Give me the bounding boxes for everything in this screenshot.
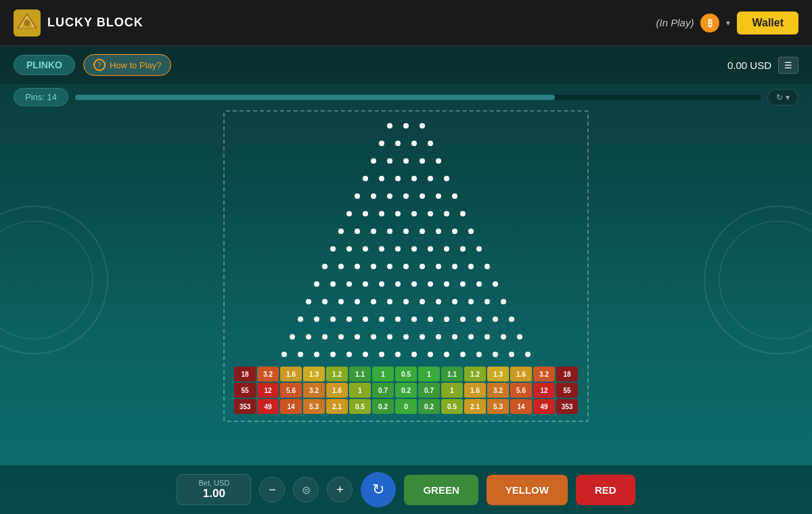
pin bbox=[371, 193, 376, 199]
pin bbox=[436, 299, 441, 304]
pin bbox=[468, 264, 474, 269]
pin bbox=[460, 246, 466, 252]
pin bbox=[346, 246, 352, 252]
pin bbox=[330, 352, 336, 357]
balance-value: 0.00 bbox=[727, 60, 747, 71]
pin bbox=[330, 317, 336, 322]
pin bbox=[387, 299, 392, 304]
logo-icon bbox=[14, 9, 41, 37]
green-play-button[interactable]: GREEN bbox=[404, 475, 478, 505]
pin bbox=[460, 317, 466, 322]
pin bbox=[428, 211, 433, 216]
multiplier-row-1: 183.21.61.31.21.110.511.11.21.31.63.218 bbox=[234, 367, 578, 381]
game-top-bar: PLINKO ? How to Play? 0.00 USD ☰ bbox=[0, 46, 812, 84]
how-to-play-button[interactable]: ? How to Play? bbox=[83, 54, 172, 76]
multiplier-cell: 353 bbox=[234, 399, 256, 414]
pin bbox=[411, 352, 417, 357]
pin bbox=[403, 158, 409, 164]
multiplier-cell: 0.2 bbox=[418, 399, 440, 414]
pin bbox=[428, 317, 433, 322]
pin bbox=[484, 264, 490, 269]
pin bbox=[355, 193, 360, 199]
pin bbox=[346, 352, 352, 357]
multiplier-cell: 3.2 bbox=[257, 367, 279, 381]
pin-row-2 bbox=[374, 135, 438, 152]
pin bbox=[436, 264, 441, 269]
multiplier-cell: 5.3 bbox=[303, 399, 325, 414]
game-title: PLINKO bbox=[14, 55, 75, 75]
refresh-button[interactable]: ↻ ▾ bbox=[767, 89, 798, 106]
multiplier-cell: 3.2 bbox=[533, 367, 555, 381]
multiplier-cell: 14 bbox=[510, 399, 532, 414]
btc-badge: ₿ bbox=[700, 14, 719, 32]
pin bbox=[411, 211, 417, 216]
pin bbox=[395, 141, 401, 146]
yellow-play-button[interactable]: YELLOW bbox=[487, 475, 568, 505]
plinko-board: 183.21.61.31.21.110.511.11.21.31.63.218 … bbox=[230, 117, 582, 415]
pin-row-4 bbox=[357, 170, 455, 187]
pin bbox=[371, 229, 376, 234]
multiplier-cell: 5.6 bbox=[280, 383, 302, 398]
pin bbox=[476, 352, 482, 357]
pin bbox=[281, 352, 287, 357]
pin bbox=[403, 299, 409, 304]
pin bbox=[403, 123, 409, 128]
pin bbox=[379, 317, 384, 322]
pin bbox=[436, 158, 441, 164]
pin bbox=[420, 229, 425, 234]
multiplier-section: 183.21.61.31.21.110.511.11.21.31.63.218 … bbox=[230, 363, 582, 415]
multiplier-cell: 1 bbox=[418, 367, 440, 381]
pin bbox=[444, 281, 449, 287]
pin bbox=[355, 264, 360, 269]
pin-row-12 bbox=[292, 310, 520, 328]
pin bbox=[330, 281, 336, 287]
pin bbox=[468, 334, 474, 340]
pin bbox=[444, 246, 449, 252]
balance-display: 0.00 USD bbox=[727, 60, 771, 71]
pin bbox=[493, 352, 498, 357]
pin bbox=[411, 317, 417, 322]
pin bbox=[476, 281, 482, 287]
pin bbox=[411, 246, 417, 252]
pin bbox=[363, 176, 368, 181]
pin bbox=[306, 299, 311, 304]
multiplier-cell: 1 bbox=[441, 383, 463, 398]
pin bbox=[420, 123, 425, 128]
wallet-button[interactable]: Wallet bbox=[737, 11, 798, 34]
pin bbox=[411, 141, 417, 146]
pin bbox=[387, 123, 392, 128]
auto-play-button[interactable]: ↻ bbox=[361, 472, 396, 507]
pin bbox=[484, 334, 490, 340]
pin bbox=[363, 352, 368, 357]
how-to-play-label: How to Play? bbox=[110, 60, 162, 70]
pin bbox=[363, 281, 368, 287]
pin bbox=[363, 317, 368, 322]
bet-value: 1.00 bbox=[203, 487, 225, 500]
multiplier-cell: 2.1 bbox=[326, 399, 348, 414]
multiplier-cell: 1.6 bbox=[326, 383, 348, 398]
pin bbox=[387, 193, 392, 199]
pin bbox=[371, 334, 376, 340]
pin bbox=[395, 211, 401, 216]
pin bbox=[428, 352, 433, 357]
red-play-button[interactable]: RED bbox=[576, 475, 635, 505]
pins-slider[interactable] bbox=[75, 95, 761, 100]
multiplier-cell: 1.2 bbox=[326, 367, 348, 381]
multiplier-cell: 49 bbox=[257, 399, 279, 414]
bet-decrease-button[interactable]: − bbox=[259, 477, 285, 503]
menu-button[interactable]: ☰ bbox=[778, 57, 798, 74]
bet-increase-button[interactable]: + bbox=[327, 477, 353, 503]
pin bbox=[444, 211, 449, 216]
multiplier-cell: 1.6 bbox=[464, 383, 486, 398]
pin bbox=[428, 281, 433, 287]
game-area: PLINKO ? How to Play? 0.00 USD ☰ Pins: 1… bbox=[0, 46, 812, 514]
pin bbox=[363, 246, 368, 252]
multiplier-cell: 0.2 bbox=[372, 399, 394, 414]
pin bbox=[371, 158, 376, 164]
pin bbox=[452, 299, 457, 304]
pin bbox=[420, 158, 425, 164]
coin-stack-button[interactable]: ⊜ bbox=[293, 477, 319, 503]
currency-dropdown[interactable]: ▾ bbox=[726, 18, 730, 28]
pin-row-5 bbox=[349, 187, 463, 205]
pin bbox=[322, 264, 328, 269]
